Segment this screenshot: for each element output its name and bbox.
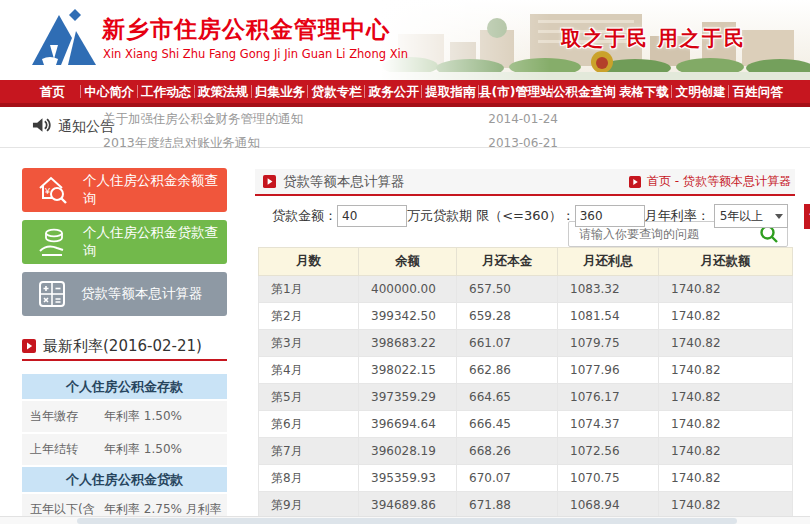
table-header-cell: 余额 bbox=[359, 248, 457, 276]
notice-item: 关于加强住房公积金财务管理的通知 2014-01-24 bbox=[103, 107, 558, 131]
nav-item[interactable]: 文明创建 bbox=[672, 80, 729, 103]
scrollbar-thumb[interactable] bbox=[77, 518, 737, 524]
cell-principal: 661.07 bbox=[457, 330, 558, 357]
rate-label: 年利率： bbox=[658, 207, 710, 225]
notice-list: 关于加强住房公积金财务管理的通知 2014-01-24 2013年度结息对账业务… bbox=[103, 107, 558, 148]
house-magnifier-icon: ¥ bbox=[36, 174, 70, 206]
sidebar-button-loan-query[interactable]: 个人住房公积金贷款查询 bbox=[22, 220, 227, 264]
notice-bar: 通知公告 关于加强住房公积金财务管理的通知 2014-01-24 2013年度结… bbox=[0, 107, 810, 148]
nav-item[interactable]: 表格下载 bbox=[615, 80, 672, 103]
breadcrumb[interactable]: 首页 - 贷款等额本息计算器 bbox=[629, 169, 791, 194]
cell-interest: 1074.37 bbox=[558, 411, 659, 438]
calculator-form: 贷款金额： 万元 贷款期 限（<=360）： 月 年利率： 5年以上 计算 bbox=[272, 203, 796, 229]
rate-row: 当年缴存 年利率 1.50% bbox=[22, 401, 227, 432]
amount-label: 贷款金额： bbox=[272, 207, 337, 225]
cell-payment: 1740.82 bbox=[659, 276, 793, 303]
cell-balance: 398683.22 bbox=[359, 330, 457, 357]
cell-principal: 662.86 bbox=[457, 357, 558, 384]
cell-balance: 400000.00 bbox=[359, 276, 457, 303]
table-body: 第1月 400000.00 657.50 1083.32 1740.82 第2月… bbox=[259, 276, 793, 524]
site-subtitle: Xin Xiang Shi Zhu Fang Gong Ji Jin Guan … bbox=[103, 47, 408, 61]
table-row: 第7月 396028.19 668.26 1072.56 1740.82 bbox=[259, 438, 793, 465]
rate-value: 年利率 1.50% bbox=[100, 401, 227, 432]
table-header-cell: 月还本金 bbox=[457, 248, 558, 276]
table-row: 第5月 397359.29 664.65 1076.17 1740.82 bbox=[259, 384, 793, 411]
cell-month: 第7月 bbox=[259, 438, 359, 465]
cell-month: 第3月 bbox=[259, 330, 359, 357]
notice-link[interactable]: 2013年度结息对账业务通知 bbox=[103, 131, 260, 148]
cell-principal: 659.28 bbox=[457, 303, 558, 330]
page: 取之于民 用之于民 新乡市住房公积金管理中心 Xin Xiang Shi Zhu… bbox=[0, 0, 810, 524]
header-slogan: 取之于民 用之于民 bbox=[561, 25, 746, 52]
rate-row: 上年结转 年利率 1.50% bbox=[22, 434, 227, 465]
cell-month: 第8月 bbox=[259, 465, 359, 492]
loan-amount-input[interactable] bbox=[337, 205, 407, 227]
rate-value: 年利率 1.50% bbox=[100, 434, 227, 465]
calculate-button[interactable]: 计算 bbox=[804, 204, 810, 229]
nav-item[interactable]: 中心简介 bbox=[81, 80, 138, 103]
sidebar-button-label: 个人住房公积金余额查询 bbox=[83, 172, 227, 208]
cell-month: 第6月 bbox=[259, 411, 359, 438]
rates-deposit-header: 个人住房公积金存款 bbox=[22, 374, 227, 399]
rates-underline bbox=[22, 359, 227, 361]
table-row: 第8月 395359.93 670.07 1070.75 1740.82 bbox=[259, 465, 793, 492]
amortization-table: 月数余额月还本金月还利息月还款额 第1月 400000.00 657.50 10… bbox=[258, 247, 793, 524]
cell-balance: 399342.50 bbox=[359, 303, 457, 330]
loan-term-input[interactable] bbox=[575, 205, 645, 227]
header: 取之于民 用之于民 新乡市住房公积金管理中心 Xin Xiang Shi Zhu… bbox=[0, 0, 810, 80]
cell-principal: 666.45 bbox=[457, 411, 558, 438]
nav-item[interactable]: 公积金查询 bbox=[553, 80, 616, 103]
rate-name: 上年结转 bbox=[22, 434, 100, 465]
site-logo bbox=[28, 7, 96, 71]
table-row: 第9月 394689.86 671.88 1068.94 1740.82 bbox=[259, 492, 793, 519]
nav-item[interactable]: 政务公开 bbox=[365, 80, 422, 103]
sidebar-button-balance-query[interactable]: ¥ 个人住房公积金余额查询 bbox=[22, 168, 227, 212]
latest-rates-title: 最新利率(2016-02-21) bbox=[43, 337, 202, 356]
sidebar-button-calculator[interactable]: 贷款等额本息计算器 bbox=[22, 272, 227, 316]
coins-hand-icon bbox=[36, 226, 70, 258]
table-header-row: 月数余额月还本金月还利息月还款额 bbox=[259, 248, 793, 276]
cell-interest: 1079.75 bbox=[558, 330, 659, 357]
breadcrumb-text: 首页 - 贷款等额本息计算器 bbox=[647, 173, 791, 190]
cell-month: 第2月 bbox=[259, 303, 359, 330]
nav-item[interactable]: 首页 bbox=[24, 80, 81, 103]
cell-balance: 397359.29 bbox=[359, 384, 457, 411]
nav-item[interactable]: 提取指南 bbox=[422, 80, 479, 103]
site-title: 新乡市住房公积金管理中心 bbox=[102, 14, 390, 45]
cell-month: 第1月 bbox=[259, 276, 359, 303]
horizontal-scrollbar bbox=[0, 516, 810, 524]
cell-payment: 1740.82 bbox=[659, 411, 793, 438]
red-bullet-icon bbox=[22, 339, 36, 353]
rates-table: 个人住房公积金存款 当年缴存 年利率 1.50% 上年结转 年利率 1.50% … bbox=[22, 374, 227, 524]
rate-select[interactable]: 5年以上 bbox=[714, 204, 788, 228]
table-row: 第6月 396694.64 666.45 1074.37 1740.82 bbox=[259, 411, 793, 438]
red-bullet-icon bbox=[629, 176, 641, 188]
notice-label: 通知公告 bbox=[32, 116, 114, 137]
rates-loan-header: 个人住房公积金贷款 bbox=[22, 467, 227, 492]
red-bullet-icon bbox=[263, 175, 276, 188]
notice-date: 2013-06-21 bbox=[488, 131, 558, 148]
cell-principal: 657.50 bbox=[457, 276, 558, 303]
nav-item[interactable]: 归集业务 bbox=[252, 80, 309, 103]
rates-deposit-rows: 当年缴存 年利率 1.50% 上年结转 年利率 1.50% bbox=[22, 401, 227, 465]
cell-month: 第4月 bbox=[259, 357, 359, 384]
panel-title: 贷款等额本息计算器 bbox=[283, 173, 405, 191]
cell-interest: 1083.32 bbox=[558, 276, 659, 303]
notice-link[interactable]: 关于加强住房公积金财务管理的通知 bbox=[103, 107, 303, 131]
cell-payment: 1740.82 bbox=[659, 465, 793, 492]
table-row: 第2月 399342.50 659.28 1081.54 1740.82 bbox=[259, 303, 793, 330]
amount-unit: 万元 bbox=[407, 207, 433, 225]
nav-item[interactable]: 工作动态 bbox=[138, 80, 195, 103]
nav-item[interactable]: 县(市)管理站 bbox=[479, 80, 553, 103]
calculator-icon bbox=[36, 278, 68, 310]
cell-balance: 396028.19 bbox=[359, 438, 457, 465]
table-row: 第1月 400000.00 657.50 1083.32 1740.82 bbox=[259, 276, 793, 303]
table-header-cell: 月数 bbox=[259, 248, 359, 276]
cell-payment: 1740.82 bbox=[659, 492, 793, 519]
cell-payment: 1740.82 bbox=[659, 384, 793, 411]
nav-item[interactable]: 百姓问答 bbox=[729, 80, 786, 103]
cell-payment: 1740.82 bbox=[659, 357, 793, 384]
nav-item[interactable]: 政策法规 bbox=[195, 80, 252, 103]
nav-item[interactable]: 贷款专栏 bbox=[308, 80, 365, 103]
cell-interest: 1070.75 bbox=[558, 465, 659, 492]
